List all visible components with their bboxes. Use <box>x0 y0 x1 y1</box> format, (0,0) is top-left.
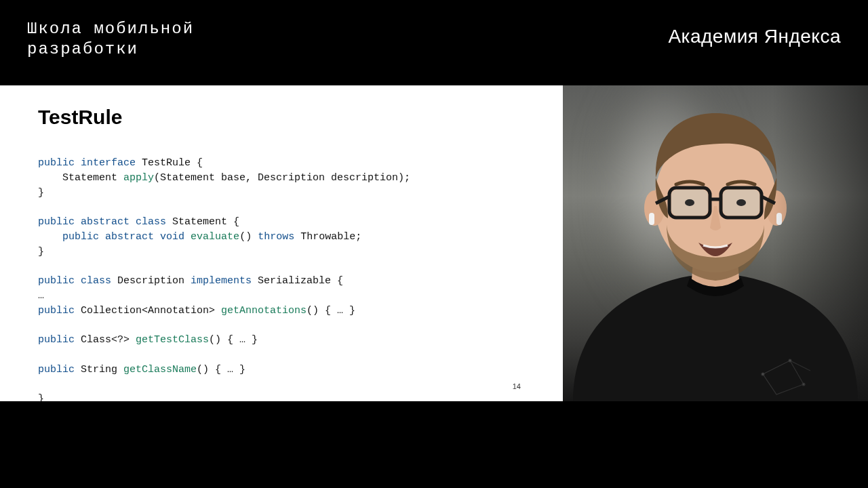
content-row: TestRule public interface TestRule { Sta… <box>0 85 868 401</box>
svg-point-1 <box>789 359 791 362</box>
footer-bar <box>0 401 868 488</box>
presenter-figure <box>563 85 868 401</box>
svg-rect-7 <box>776 213 782 225</box>
svg-point-2 <box>802 383 805 386</box>
code-block: public interface TestRule { Statement ap… <box>38 156 525 407</box>
svg-point-13 <box>736 199 746 206</box>
svg-point-0 <box>762 373 764 375</box>
svg-point-12 <box>685 199 694 206</box>
presenter-webcam <box>563 85 868 401</box>
header-bar: Школа мобильной разработки Академия Янде… <box>0 0 868 85</box>
academy-name: Академия Яндекса <box>668 26 841 47</box>
program-name: Школа мобильной разработки <box>27 19 194 60</box>
svg-rect-6 <box>649 213 654 225</box>
page-number: 14 <box>513 382 521 390</box>
slide-title: TestRule <box>38 106 525 129</box>
slide: TestRule public interface TestRule { Sta… <box>0 85 563 401</box>
